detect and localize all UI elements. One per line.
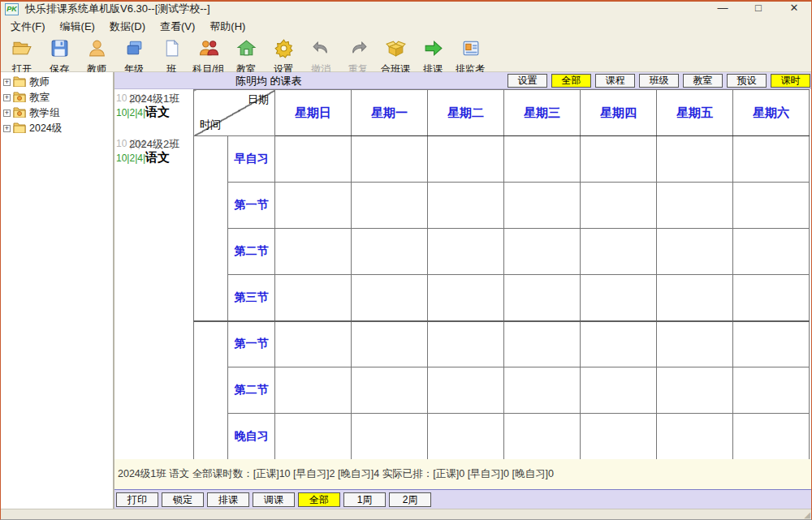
- timetable-cell[interactable]: [657, 183, 733, 229]
- timetable-cell[interactable]: [428, 275, 504, 321]
- expand-plus-icon[interactable]: +: [3, 94, 11, 101]
- week2-button[interactable]: 2周: [389, 492, 431, 507]
- timetable-cell[interactable]: [581, 136, 657, 183]
- timetable-cell[interactable]: [275, 229, 352, 275]
- timetable-cell[interactable]: [504, 183, 581, 229]
- timetable-cell[interactable]: [352, 414, 428, 460]
- timetable-cell[interactable]: [504, 414, 581, 460]
- view-settings-button[interactable]: 设置: [508, 74, 547, 88]
- timetable-cell[interactable]: [275, 136, 352, 183]
- timetable-cell[interactable]: [352, 229, 428, 275]
- arrange-button[interactable]: 排课: [207, 492, 249, 507]
- timetable-cell[interactable]: [733, 367, 810, 414]
- timetable-cell[interactable]: [428, 367, 504, 414]
- timetable-cell[interactable]: [504, 275, 581, 321]
- grade-button[interactable]: 年级: [115, 37, 153, 76]
- expand-plus-icon[interactable]: +: [3, 125, 11, 132]
- view-course-button[interactable]: 课程: [595, 74, 635, 88]
- view-class-button[interactable]: 班级: [639, 74, 679, 88]
- timetable-cell[interactable]: [657, 414, 733, 460]
- timetable-cell[interactable]: [733, 275, 810, 321]
- timetable-cell[interactable]: [657, 321, 733, 367]
- classroom-button[interactable]: 教室: [227, 37, 265, 76]
- timetable-cell[interactable]: [352, 136, 428, 183]
- timetable-cell[interactable]: [581, 414, 657, 460]
- timetable-cell[interactable]: [428, 321, 504, 367]
- timetable-cell[interactable]: [352, 183, 428, 229]
- menu-edit[interactable]: 编辑(E): [53, 18, 102, 36]
- timetable-cell[interactable]: [657, 229, 733, 275]
- class-button[interactable]: 班: [153, 37, 190, 76]
- class-list-item[interactable]: 10 |2|4 2024级1班 10|2|4|语文: [116, 91, 193, 123]
- view-hours-button[interactable]: 课时: [771, 74, 810, 88]
- teacher-button[interactable]: 教师: [78, 37, 115, 76]
- sidebar-item-teaching-groups[interactable]: + 教学组: [3, 105, 113, 121]
- timetable-cell[interactable]: [504, 136, 581, 183]
- adjust-button[interactable]: 调课: [253, 492, 295, 507]
- week1-button[interactable]: 1周: [343, 492, 386, 507]
- maximize-button[interactable]: □: [741, 0, 776, 18]
- menu-file[interactable]: 文件(F): [3, 18, 53, 36]
- view-all-button[interactable]: 全部: [551, 74, 591, 88]
- timetable-cell[interactable]: [581, 229, 657, 275]
- settings-button[interactable]: 设置: [265, 37, 302, 76]
- class-list-item[interactable]: 10 |2|4 2024级2班 10|2|4|语文: [116, 136, 193, 169]
- sidebar-item-classrooms[interactable]: + 教室: [3, 90, 113, 105]
- lock-button[interactable]: 锁定: [162, 492, 204, 507]
- timetable-cell[interactable]: [428, 414, 504, 460]
- timetable-cell[interactable]: [275, 183, 352, 229]
- schedule-button[interactable]: 排课: [414, 37, 451, 76]
- view-preset-button[interactable]: 预设: [727, 74, 767, 88]
- save-button[interactable]: 保存: [41, 37, 78, 76]
- session-group-cell: [194, 136, 228, 321]
- timetable-cell[interactable]: [504, 321, 581, 367]
- expand-plus-icon[interactable]: +: [3, 110, 11, 117]
- schedule-arrow-icon: [423, 38, 443, 62]
- print-button[interactable]: 打印: [116, 492, 158, 507]
- expand-plus-icon[interactable]: +: [3, 79, 11, 86]
- timetable-cell[interactable]: [733, 414, 810, 460]
- period-label: 晚自习: [228, 414, 275, 460]
- timetable-cell[interactable]: [657, 136, 733, 183]
- menu-help[interactable]: 帮助(H): [202, 18, 253, 36]
- timetable-cell[interactable]: [657, 367, 733, 414]
- timetable-cell[interactable]: [275, 275, 352, 321]
- open-button[interactable]: 打开: [3, 37, 41, 76]
- timetable-cell[interactable]: [275, 414, 352, 460]
- timetable-cell[interactable]: [352, 275, 428, 321]
- timetable-cell[interactable]: [581, 367, 657, 414]
- folder-icon: [13, 75, 29, 90]
- view-classroom-button[interactable]: 教室: [683, 74, 723, 88]
- timetable-cell[interactable]: [733, 136, 810, 183]
- minimize-button[interactable]: —: [705, 0, 741, 18]
- timetable-cell[interactable]: [657, 275, 733, 321]
- menu-view[interactable]: 查看(V): [153, 18, 202, 36]
- timetable-cell[interactable]: [733, 183, 810, 229]
- timetable-cell[interactable]: [733, 229, 810, 275]
- all-weeks-button[interactable]: 全部: [298, 492, 340, 507]
- resize-grip-icon[interactable]: ◢: [804, 511, 810, 519]
- proctor-doc-icon: [460, 38, 481, 62]
- sidebar-item-grade-2024[interactable]: + 2024级: [3, 121, 113, 136]
- timetable-grid: 日期 时间 星期日 星期一 星期二 星期三 星期四 星期五 星期六 早自习 第一…: [193, 89, 810, 460]
- combined-class-button[interactable]: 合班课: [377, 37, 414, 76]
- proctor-button[interactable]: 排监考: [451, 37, 489, 76]
- timetable-cell[interactable]: [581, 321, 657, 367]
- timetable-cell[interactable]: [504, 367, 581, 414]
- close-button[interactable]: ✕: [776, 0, 812, 18]
- timetable-cell[interactable]: [275, 321, 352, 367]
- timetable-cell[interactable]: [504, 229, 581, 275]
- timetable-cell[interactable]: [581, 275, 657, 321]
- timetable-cell[interactable]: [352, 367, 428, 414]
- timetable-cell[interactable]: [428, 183, 504, 229]
- timetable-cell[interactable]: [428, 136, 504, 183]
- subject-group-button[interactable]: 科目/组: [190, 37, 227, 76]
- timetable-cell[interactable]: [428, 229, 504, 275]
- timetable-cell[interactable]: [352, 321, 428, 367]
- undo-icon: [311, 38, 331, 62]
- menu-data[interactable]: 数据(D): [102, 18, 153, 36]
- timetable-cell[interactable]: [733, 321, 810, 367]
- timetable-cell[interactable]: [581, 183, 657, 229]
- sidebar-item-teachers[interactable]: + 教师: [3, 75, 113, 90]
- timetable-cell[interactable]: [275, 367, 352, 414]
